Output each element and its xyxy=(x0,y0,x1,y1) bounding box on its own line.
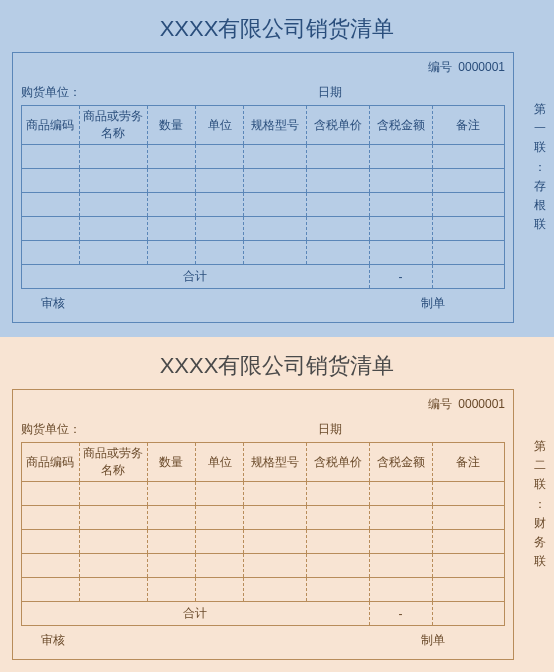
total-row: 合计 - xyxy=(22,602,505,626)
number-value: 0000001 xyxy=(458,60,505,74)
total-remark xyxy=(432,265,505,289)
meta-row: 购货单位： 日期 xyxy=(21,80,505,105)
col-remark: 备注 xyxy=(432,106,505,145)
col-price: 含税单价 xyxy=(306,443,369,482)
table-row xyxy=(22,530,505,554)
auditor-label: 审核 xyxy=(41,295,243,312)
table-header-row: 商品编码 商品或劳务名称 数量 单位 规格型号 含税单价 含税金额 备注 xyxy=(22,443,505,482)
total-amount: - xyxy=(369,265,432,289)
total-label: 合计 xyxy=(22,602,370,626)
invoice-copy-2: XXXX有限公司销货清单 编号 0000001 购货单位： 日期 商品编码 商品… xyxy=(0,337,554,672)
col-name: 商品或劳务名称 xyxy=(79,443,147,482)
table-row xyxy=(22,217,505,241)
items-table: 商品编码 商品或劳务名称 数量 单位 规格型号 含税单价 含税金额 备注 合计 xyxy=(21,442,505,626)
number-row: 编号 0000001 xyxy=(21,396,505,417)
invoice-title: XXXX有限公司销货清单 xyxy=(8,8,546,52)
invoice-frame: 编号 0000001 购货单位： 日期 商品编码 商品或劳务名称 数量 单位 规… xyxy=(12,52,514,323)
col-qty: 数量 xyxy=(147,443,195,482)
table-row xyxy=(22,578,505,602)
number-row: 编号 0000001 xyxy=(21,59,505,80)
preparer-label: 制单 xyxy=(243,295,485,312)
invoice-title: XXXX有限公司销货清单 xyxy=(8,345,546,389)
meta-row: 购货单位： 日期 xyxy=(21,417,505,442)
copy-side-label: 第 一 联 ： 存 根 联 xyxy=(530,100,550,234)
col-code: 商品编码 xyxy=(22,443,80,482)
copy-side-label: 第 二 联 ： 财 务 联 xyxy=(530,437,550,571)
col-amount: 含税金额 xyxy=(369,443,432,482)
col-unit: 单位 xyxy=(195,106,243,145)
date-label: 日期 xyxy=(208,84,505,101)
table-row xyxy=(22,145,505,169)
buyer-label: 购货单位： xyxy=(21,84,208,101)
invoice-copy-1: XXXX有限公司销货清单 编号 0000001 购货单位： 日期 商品编码 商品… xyxy=(0,0,554,337)
auditor-label: 审核 xyxy=(41,632,243,649)
table-row xyxy=(22,241,505,265)
col-remark: 备注 xyxy=(432,443,505,482)
number-label: 编号 xyxy=(428,60,452,74)
col-code: 商品编码 xyxy=(22,106,80,145)
total-remark xyxy=(432,602,505,626)
col-price: 含税单价 xyxy=(306,106,369,145)
footer-row: 审核 制单 xyxy=(21,626,505,651)
col-qty: 数量 xyxy=(147,106,195,145)
total-amount: - xyxy=(369,602,432,626)
col-name: 商品或劳务名称 xyxy=(79,106,147,145)
footer-row: 审核 制单 xyxy=(21,289,505,314)
preparer-label: 制单 xyxy=(243,632,485,649)
date-label: 日期 xyxy=(208,421,505,438)
number-label: 编号 xyxy=(428,397,452,411)
invoice-frame: 编号 0000001 购货单位： 日期 商品编码 商品或劳务名称 数量 单位 规… xyxy=(12,389,514,660)
total-label: 合计 xyxy=(22,265,370,289)
table-row xyxy=(22,482,505,506)
table-row xyxy=(22,506,505,530)
col-amount: 含税金额 xyxy=(369,106,432,145)
buyer-label: 购货单位： xyxy=(21,421,208,438)
items-table: 商品编码 商品或劳务名称 数量 单位 规格型号 含税单价 含税金额 备注 合计 xyxy=(21,105,505,289)
table-row xyxy=(22,554,505,578)
table-row xyxy=(22,169,505,193)
col-unit: 单位 xyxy=(195,443,243,482)
table-header-row: 商品编码 商品或劳务名称 数量 单位 规格型号 含税单价 含税金额 备注 xyxy=(22,106,505,145)
table-row xyxy=(22,193,505,217)
col-spec: 规格型号 xyxy=(244,443,307,482)
total-row: 合计 - xyxy=(22,265,505,289)
number-value: 0000001 xyxy=(458,397,505,411)
col-spec: 规格型号 xyxy=(244,106,307,145)
